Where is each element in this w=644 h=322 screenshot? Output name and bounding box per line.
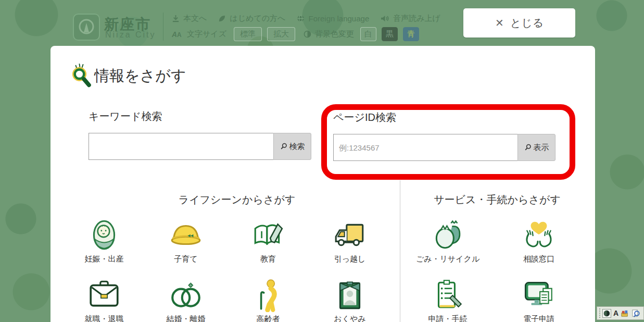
memorial-icon — [333, 278, 367, 312]
tile-label: 引っ越し — [319, 254, 381, 264]
header-nav-row-1: 本文へ はじめての方へ Foreign language 音声読み上げ — [172, 14, 452, 23]
text-size-label: 文字サイズ — [187, 29, 226, 39]
elderly-icon — [251, 278, 285, 312]
page-id-search-button-label: 表示 — [534, 143, 549, 153]
hands-heart-icon — [522, 218, 556, 252]
nav-main-content[interactable]: 本文へ — [172, 14, 207, 23]
ime-mode-icon[interactable] — [602, 309, 611, 318]
speaker-icon — [381, 15, 389, 22]
magnifier-icon — [280, 143, 287, 150]
keyword-search-label: キーワード検索 — [89, 109, 162, 123]
header-nav-row-2: A A 文字サイズ 標準 拡大 背景色変更 白 黒 青 — [172, 27, 424, 41]
rings-icon — [169, 278, 203, 312]
search-modal: 情報をさがす キーワード検索 検索 ページID検索 表示 ライフシーンからさがす… — [50, 46, 595, 322]
niiza-city-logo[interactable] — [73, 14, 100, 41]
keyword-search-input[interactable] — [89, 133, 273, 160]
ime-search-doc-icon[interactable] — [632, 309, 640, 318]
magnifier-icon — [524, 144, 532, 151]
close-icon: ✕ — [495, 17, 504, 29]
bg-black-button[interactable]: 黒 — [382, 27, 398, 41]
tile-consultation[interactable]: 相談窓口 — [508, 218, 570, 264]
svg-text:A: A — [177, 31, 182, 38]
nav-label: 音声読み上げ — [393, 14, 440, 23]
page-id-search-row: 表示 — [333, 134, 555, 161]
services-header: サービス・手続からさがす — [410, 193, 585, 207]
keyword-search-button[interactable]: 検索 — [273, 133, 311, 160]
keyword-search-row: 検索 — [89, 133, 311, 160]
tile-label: 電子申請 — [508, 314, 570, 322]
tile-label: 子育て — [155, 254, 217, 264]
page-id-search-label: ページID検索 — [333, 110, 396, 125]
tile-label: 相談窓口 — [508, 254, 570, 264]
tile-label: 申請・手続 — [416, 314, 479, 322]
nav-first-time[interactable]: はじめての方へ — [218, 14, 285, 23]
nav-text-to-speech[interactable]: 音声読み上げ — [381, 14, 440, 23]
page-id-search-button[interactable]: 表示 — [517, 134, 555, 161]
leaf-icon — [218, 15, 226, 22]
ime-drag-handle[interactable] — [599, 308, 600, 318]
tile-label: 教育 — [237, 254, 299, 264]
tile-label: おくやみ — [319, 314, 381, 322]
tile-elderly[interactable]: 高齢者 — [237, 278, 299, 322]
close-button[interactable]: ✕ とじる — [463, 8, 575, 38]
e-application-icon — [522, 278, 556, 312]
tile-label: 結婚・離婚 — [155, 314, 217, 322]
contrast-icon — [304, 30, 311, 38]
bg-white-button[interactable]: 白 — [360, 27, 376, 41]
bg-color-control: 背景色変更 — [304, 29, 354, 39]
ime-language-bar[interactable]: A — [597, 306, 644, 320]
baby-icon — [87, 218, 121, 252]
tile-label: 高齢者 — [237, 314, 299, 322]
tile-application-procedure[interactable]: 申請・手続 — [416, 278, 479, 322]
book-pencil-icon — [251, 218, 285, 252]
life-scene-header: ライフシーンからさがす — [89, 193, 385, 207]
trash-bags-icon — [431, 218, 465, 252]
font-size-icon: A A — [172, 30, 183, 38]
clipboard-pencil-icon — [431, 278, 465, 312]
text-size-enlarge-button[interactable]: 拡大 — [267, 27, 295, 41]
site-subtitle: Niiza City — [105, 30, 156, 40]
tile-label: ごみ・リサイクル — [409, 254, 487, 264]
input-mode-a-icon[interactable]: A — [613, 309, 618, 317]
briefcase-icon — [87, 278, 121, 312]
tile-label: 就職・退職 — [73, 314, 135, 322]
page-title: 情報をさがす — [94, 66, 186, 86]
tile-garbage-recycling[interactable]: ごみ・リサイクル — [409, 218, 487, 264]
nav-label: はじめての方へ — [230, 14, 285, 23]
ime-tools-icon[interactable] — [621, 309, 629, 318]
nav-label: 本文へ — [183, 14, 207, 23]
tile-e-application[interactable]: 電子申請 — [508, 278, 570, 322]
bg-color-label: 背景色変更 — [315, 29, 354, 39]
text-size-standard-button[interactable]: 標準 — [234, 27, 262, 41]
search-magnifier-icon — [70, 63, 92, 90]
bg-blue-button[interactable]: 青 — [403, 27, 419, 41]
tile-condolence[interactable]: おくやみ — [319, 278, 381, 322]
download-icon — [172, 15, 180, 22]
tile-label: 妊娠・出産 — [73, 254, 135, 264]
tile-education[interactable]: 教育 — [237, 218, 299, 264]
niiza-city-logo-icon — [76, 17, 97, 38]
tile-child-raising[interactable]: 子育て — [155, 218, 217, 264]
header-divider — [163, 13, 163, 41]
school-hat-icon — [169, 218, 203, 252]
tile-pregnancy-birth[interactable]: 妊娠・出産 — [73, 218, 135, 264]
tile-marriage-divorce[interactable]: 結婚・離婚 — [155, 278, 217, 322]
keyword-search-button-label: 検索 — [289, 142, 305, 152]
globe-icon — [297, 15, 305, 22]
text-size-control: A A 文字サイズ — [172, 29, 226, 39]
tile-employment[interactable]: 就職・退職 — [73, 278, 135, 322]
nav-label: Foreign language — [308, 14, 369, 23]
svg-text:A: A — [172, 31, 177, 38]
close-button-label: とじる — [510, 16, 544, 30]
tile-moving[interactable]: 引っ越し — [319, 218, 381, 264]
column-divider — [400, 180, 400, 322]
nav-foreign-language[interactable]: Foreign language — [297, 14, 369, 23]
page-id-search-input[interactable] — [333, 134, 517, 161]
moving-truck-icon — [333, 218, 367, 252]
